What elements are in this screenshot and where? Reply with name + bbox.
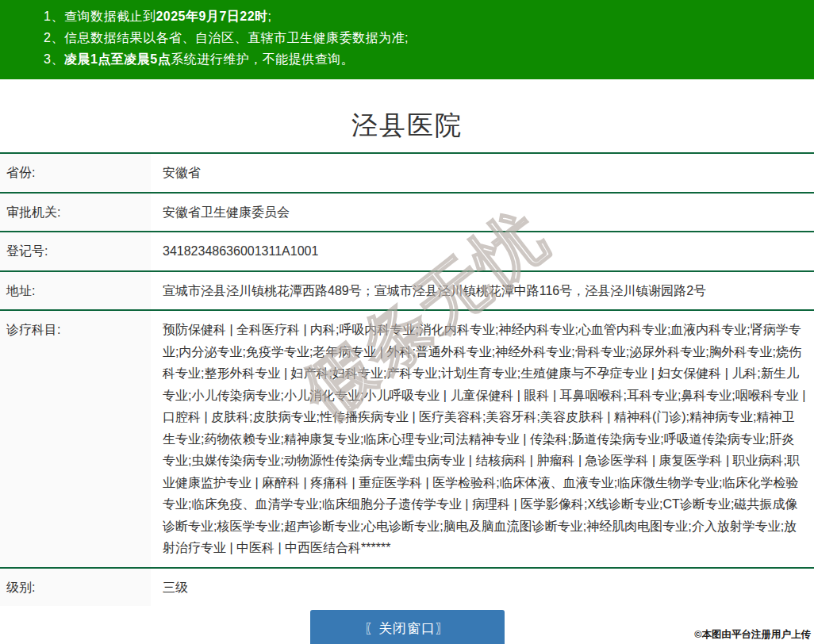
- notice-number: 3、: [44, 52, 64, 66]
- row-value: 安徽省: [151, 154, 814, 192]
- row-label: 审批机关:: [0, 194, 151, 232]
- row-value: 安徽省卫生健康委员会: [151, 194, 814, 232]
- notice-line-3: 3、凌晨1点至凌晨5点系统进行维护，不能提供查询。: [0, 48, 814, 70]
- table-row-departments: 诊疗科目: 预防保健科 | 全科医疗科 | 内科;呼吸内科专业;消化内科专业;神…: [0, 309, 814, 567]
- table-row-approval-authority: 审批机关: 安徽省卫生健康委员会: [0, 192, 814, 232]
- notice-text-bold: 凌晨1点至凌晨5点: [64, 52, 171, 66]
- notice-line-1: 1、查询数据截止到2025年9月7日22时;: [0, 6, 814, 27]
- page-title: 泾县医院: [0, 108, 814, 143]
- row-label: 地址:: [0, 272, 151, 310]
- button-row: 〖关闭窗口〗: [0, 610, 814, 644]
- row-value: 预防保健科 | 全科医疗科 | 内科;呼吸内科专业;消化内科专业;神经内科专业;…: [151, 311, 814, 567]
- notice-text-bold: 2025年9月7日22时: [156, 10, 267, 23]
- notice-line-2: 2、信息数据结果以各省、自治区、直辖市卫生健康委数据为准;: [0, 27, 814, 48]
- uploader-caption: ©本图由平台注册用户上传: [694, 628, 811, 642]
- row-label: 省份:: [0, 154, 151, 192]
- notice-text: 查询数据截止到: [64, 10, 156, 23]
- row-label: 诊疗科目:: [0, 311, 151, 567]
- table-row-level: 级别: 三级: [0, 567, 814, 607]
- table-row-registration-number: 登记号: 34182348636001311A1001: [0, 231, 814, 270]
- table-row-address: 地址: 宣城市泾县泾川镇桃花潭西路489号；宣城市泾县泾川镇桃花潭中路116号，…: [0, 270, 814, 310]
- notice-number: 2、: [44, 31, 64, 44]
- row-label: 登记号:: [0, 232, 151, 270]
- row-value: 34182348636001311A1001: [151, 232, 814, 270]
- notice-text: 信息数据结果以各省、自治区、直辖市卫生健康委数据为准;: [64, 31, 409, 44]
- notice-text: ;: [268, 10, 272, 23]
- notice-header: 1、查询数据截止到2025年9月7日22时; 2、信息数据结果以各省、自治区、直…: [0, 0, 814, 79]
- row-value: 宣城市泾县泾川镇桃花潭西路489号；宣城市泾县泾川镇桃花潭中路116号，泾县泾川…: [151, 272, 814, 310]
- hospital-info-table: 省份: 安徽省 审批机关: 安徽省卫生健康委员会 登记号: 3418234863…: [0, 152, 814, 606]
- row-label: 级别:: [0, 569, 151, 607]
- table-row-province: 省份: 安徽省: [0, 152, 814, 192]
- row-value: 三级: [151, 569, 814, 607]
- close-window-button[interactable]: 〖关闭窗口〗: [310, 610, 505, 644]
- notice-text: 系统进行维护，不能提供查询。: [171, 52, 354, 66]
- notice-number: 1、: [44, 10, 64, 23]
